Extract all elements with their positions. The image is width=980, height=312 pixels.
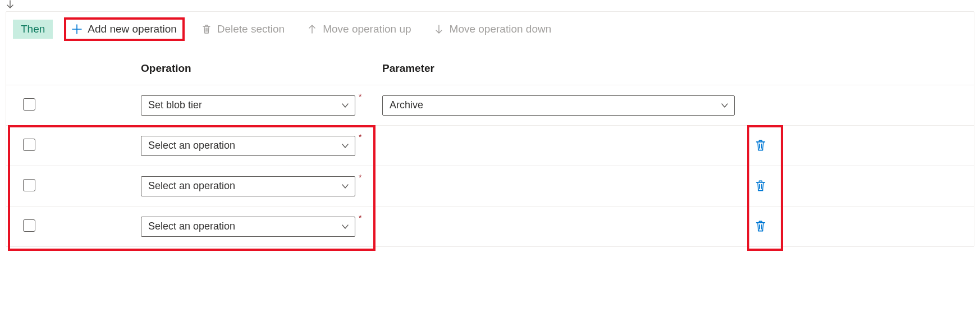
operation-select[interactable]: Select an operation <box>141 176 355 196</box>
chevron-down-icon <box>721 102 729 109</box>
flow-arrow-down-icon <box>6 0 974 11</box>
required-indicator: * <box>359 92 361 101</box>
required-indicator: * <box>359 173 361 182</box>
chevron-down-icon <box>341 182 349 190</box>
move-operation-up-button[interactable]: Move operation up <box>301 20 416 39</box>
row-checkbox[interactable] <box>23 179 35 191</box>
row-checkbox[interactable] <box>23 219 35 232</box>
delete-row-button[interactable] <box>753 218 768 234</box>
header-operation: Operation <box>141 62 382 75</box>
trash-icon <box>754 139 767 152</box>
row-checkbox[interactable] <box>23 98 35 111</box>
row-checkbox[interactable] <box>23 139 35 151</box>
add-new-operation-label: Add new operation <box>88 23 176 35</box>
trash-icon <box>202 24 212 34</box>
operation-select-value: Select an operation <box>148 180 235 192</box>
table-row: Select an operation * <box>6 166 974 206</box>
header-parameter: Parameter <box>382 62 753 75</box>
parameter-select[interactable]: Archive <box>382 95 735 116</box>
chevron-down-icon <box>341 142 349 150</box>
required-indicator: * <box>359 132 361 141</box>
chevron-down-icon <box>341 102 349 109</box>
then-badge: Then <box>13 20 53 39</box>
chevron-down-icon <box>341 223 349 231</box>
parameter-select-value: Archive <box>390 99 423 111</box>
operations-table: Operation Parameter Set blob tier <box>6 47 974 246</box>
delete-row-button[interactable] <box>753 137 768 153</box>
add-new-operation-button[interactable]: Add new operation <box>66 20 182 39</box>
move-operation-up-label: Move operation up <box>323 23 411 35</box>
table-row: Select an operation * <box>6 206 974 246</box>
table-header-row: Operation Parameter <box>6 47 974 85</box>
arrow-down-icon <box>434 24 444 34</box>
required-indicator: * <box>359 213 361 222</box>
trash-icon <box>754 220 767 232</box>
then-panel: Then Add new operation Delete section <box>6 11 974 247</box>
trash-icon <box>754 180 767 192</box>
table-row: Set blob tier * Archive <box>6 85 974 125</box>
operation-select-value: Select an operation <box>148 140 235 152</box>
operation-select[interactable]: Select an operation <box>141 217 355 237</box>
operation-select[interactable]: Select an operation <box>141 136 355 156</box>
arrow-up-icon <box>307 24 317 34</box>
toolbar: Then Add new operation Delete section <box>6 12 974 47</box>
move-operation-down-label: Move operation down <box>450 23 552 35</box>
operation-select[interactable]: Set blob tier <box>141 95 355 116</box>
table-row: Select an operation * <box>6 125 974 166</box>
delete-row-button[interactable] <box>753 178 768 194</box>
operation-select-value: Set blob tier <box>148 99 202 111</box>
delete-section-label: Delete section <box>217 23 285 35</box>
operation-select-value: Select an operation <box>148 221 235 232</box>
plus-icon <box>72 24 82 34</box>
move-operation-down-button[interactable]: Move operation down <box>428 20 557 39</box>
delete-section-button[interactable]: Delete section <box>196 20 290 39</box>
